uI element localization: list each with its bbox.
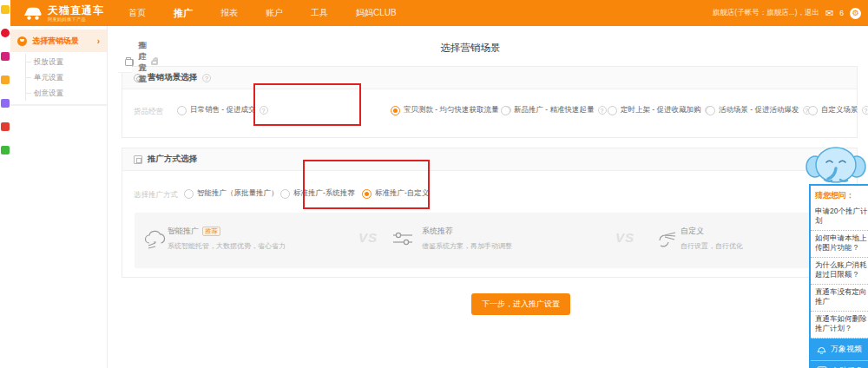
- help-question[interactable]: 直通车没有定向推广: [811, 285, 868, 312]
- cart-logo-icon: [23, 6, 43, 21]
- share-icon[interactable]: [1, 52, 10, 61]
- wechat-icon[interactable]: [1, 146, 10, 154]
- nav-tools[interactable]: 工具: [297, 0, 342, 26]
- sidebar-item-label: 选择营销场景: [32, 36, 79, 47]
- recommended-badge: 推荐: [202, 227, 220, 236]
- scene-section: 营销场景选择 货品经营 日常销售 - 促进成交 宝贝测款 - 均匀快速获取流量 …: [122, 66, 858, 138]
- scene-step-icon: [17, 36, 27, 46]
- scene-option-new-product[interactable]: 新品推广 - 精准快速起量: [501, 105, 607, 115]
- self-service-button[interactable]: 自助服务: [811, 360, 868, 368]
- scene-section-title: 营销场景选择: [148, 72, 197, 83]
- sliders-icon: [391, 228, 414, 249]
- method-option-standard-system[interactable]: 标准推广-系统推荐: [280, 188, 355, 199]
- lock-icon: [152, 60, 158, 64]
- radio-icon[interactable]: [177, 106, 187, 115]
- gear-icon[interactable]: ⚙: [850, 8, 861, 19]
- nav-home[interactable]: 首页: [115, 0, 160, 26]
- radio-icon[interactable]: [608, 106, 617, 115]
- method-option-smart[interactable]: 智能推广（原批量推广）: [184, 188, 279, 199]
- nav-mama-club[interactable]: 妈妈CLUB: [342, 0, 411, 26]
- smart-cloud-icon: [142, 228, 168, 251]
- sidebar-item-finish[interactable]: 创建完成: [118, 52, 132, 73]
- help-question[interactable]: 直通车如何删除推广计划？: [811, 312, 868, 338]
- scene-option-custom[interactable]: 自定义场景: [808, 105, 868, 115]
- main-nav: 首页 推广 报表 账户 工具 妈妈CLUB: [115, 0, 411, 26]
- method-row-label: 选择推广方式: [134, 190, 178, 200]
- divider: [10, 105, 107, 106]
- logo[interactable]: 天猫直通车 阿里妈妈旗下产品: [23, 5, 104, 22]
- radio-icon[interactable]: [280, 189, 290, 199]
- pocket-icon[interactable]: [1, 76, 10, 84]
- radio-icon[interactable]: [501, 106, 510, 115]
- logo-title: 天猫直通车: [48, 5, 104, 16]
- nav-promotion[interactable]: 推广: [160, 0, 207, 26]
- radio-icon[interactable]: [808, 106, 818, 115]
- page-title: 选择营销场景: [108, 42, 833, 55]
- main-content: 选择营销场景 营销场景选择 货品经营 日常销售 - 促进成交 宝贝测款 - 均匀…: [108, 26, 868, 368]
- logo-subtitle: 阿里妈妈旗下产品: [48, 17, 104, 22]
- next-step-button[interactable]: 下一步，进入推广设置: [471, 293, 570, 315]
- comparison-smart: 智能推广 推荐 系统智能托管，大数据优势，省心省力: [168, 226, 286, 251]
- scene-option-daily-sales[interactable]: 日常销售 - 促进成交: [177, 105, 268, 115]
- hand-icon: [656, 228, 679, 249]
- comparison-system: 系统推荐 借鉴系统方案，再加手动调整: [422, 226, 512, 251]
- info-icon[interactable]: [202, 74, 211, 82]
- method-section-title: 推广方式选择: [148, 154, 197, 165]
- favorite-icon[interactable]: [1, 5, 10, 14]
- video-service-button[interactable]: 万象视频: [811, 338, 868, 360]
- chevron-right-icon: ›: [97, 36, 100, 46]
- scene-section-header: 营销场景选择: [122, 67, 857, 89]
- method-option-standard-custom[interactable]: 标准推广-自定义: [362, 188, 429, 199]
- elephant-mascot: [804, 142, 868, 187]
- method-section-header: 推广方式选择: [122, 148, 857, 171]
- sidebar-subitem-creative[interactable]: 创意设置: [34, 85, 107, 101]
- info-icon[interactable]: [598, 106, 607, 115]
- help-panel: 猜您想问： 申请20个推广计划 如何申请本地上传图片功能？ 为什么账户消耗超过日…: [809, 184, 868, 368]
- mail-count: 6: [839, 9, 844, 17]
- method-section: 推广方式选择 选择推广方式 智能推广（原批量推广） 标准推广-系统推荐 标准推广…: [122, 148, 858, 278]
- weibo-icon[interactable]: [1, 29, 10, 37]
- radio-icon[interactable]: [706, 106, 715, 115]
- sidebar-item-label: 创建完成: [139, 40, 147, 85]
- qq-icon[interactable]: [1, 99, 10, 108]
- info-icon[interactable]: [862, 106, 868, 115]
- account-logout-link[interactable]: 旗舰店(子帐号：旗舰店...)，退出: [713, 8, 819, 18]
- radio-icon[interactable]: [391, 106, 400, 115]
- scene-option-timed-launch[interactable]: 定时上架 - 促进收藏加购: [608, 105, 713, 115]
- comparison-strip: 智能推广 推荐 系统智能托管，大数据优势，省心省力 VS 系统推荐 借鉴系统方案…: [135, 213, 845, 268]
- sidebar-item-select-scene[interactable]: 选择营销场景 ›: [10, 30, 107, 52]
- scene-options-row: 货品经营 日常销售 - 促进成交 宝贝测款 - 均匀快速获取流量 新品推广 - …: [122, 105, 857, 117]
- help-question[interactable]: 申请20个推广计划: [811, 204, 868, 231]
- help-panel-title: 猜您想问：: [811, 186, 868, 204]
- radio-icon[interactable]: [184, 189, 194, 199]
- vs-label: VS: [358, 230, 378, 245]
- help-question[interactable]: 为什么账户消耗超过日限额？: [811, 258, 868, 285]
- bell-icon: [817, 344, 826, 354]
- more-icon[interactable]: [1, 122, 10, 131]
- mail-icon[interactable]: ✉: [825, 9, 833, 18]
- scene-option-item-testing[interactable]: 宝贝测款 - 均匀快速获取流量: [391, 105, 511, 115]
- nav-account[interactable]: 账户: [252, 0, 297, 26]
- method-section-icon: [134, 155, 142, 164]
- scene-row-label: 货品经营: [134, 107, 163, 117]
- scene-option-campaign[interactable]: 活动场景 - 促进活动爆发: [706, 105, 812, 115]
- help-question[interactable]: 如何申请本地上传图片功能？: [811, 231, 868, 258]
- method-options-row: 选择推广方式 智能推广（原批量推广） 标准推广-系统推荐 标准推广-自定义: [122, 188, 857, 200]
- sidebar-subitem-placement[interactable]: 投放设置: [34, 54, 107, 69]
- radio-icon[interactable]: [362, 189, 372, 199]
- share-bar: [0, 5, 10, 154]
- vs-label: VS: [615, 230, 635, 245]
- comparison-custom: 自定义 自行设置，自行优化: [681, 226, 743, 251]
- header-right: 旗舰店(子帐号：旗舰店...)，退出 ✉ 6 ⚙: [713, 8, 861, 19]
- sidebar: 选择营销场景 › 推广设置 投放设置 单元设置 创意设置 推广方案 创建完成: [10, 26, 108, 368]
- sidebar-subitem-unit[interactable]: 单元设置: [34, 69, 107, 85]
- info-icon[interactable]: [260, 106, 268, 115]
- nav-reports[interactable]: 报表: [207, 0, 252, 26]
- folder-icon: [125, 59, 134, 66]
- top-header: 天猫直通车 阿里妈妈旗下产品 首页 推广 报表 账户 工具 妈妈CLUB 旗舰店…: [10, 0, 868, 26]
- sidebar-sublist: 投放设置 单元设置 创意设置: [25, 54, 107, 101]
